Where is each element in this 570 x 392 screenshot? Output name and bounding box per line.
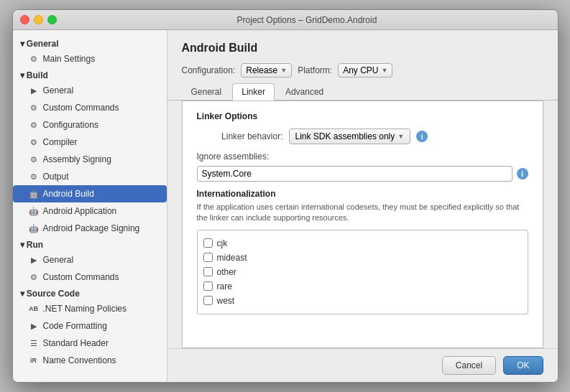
linker-behavior-label: Linker behavior: [197, 131, 283, 141]
sidebar-section-run: ▾ Run [13, 237, 167, 251]
sidebar-item-configurations[interactable]: ⚙ Configurations [13, 116, 167, 134]
linker-behavior-info-icon[interactable]: i [416, 131, 428, 142]
checkbox-item-rare: rare [203, 279, 522, 294]
internationalization-checkbox-list: cjk mideast other rare [197, 230, 528, 314]
sidebar-item-custom-commands[interactable]: ⚙ Custom Commands [13, 99, 167, 116]
ignore-assemblies-input[interactable] [197, 166, 512, 182]
footer: Cancel OK [167, 348, 558, 382]
content-area: ▾ General ⚙ Main Settings ▾ Build ▶ Gene… [13, 30, 558, 382]
android-icon: 🤖 [27, 222, 40, 235]
tab-general[interactable]: General [182, 83, 231, 100]
gear-icon: ⚙ [27, 52, 40, 65]
sidebar-item-output[interactable]: ⚙ Output [13, 168, 167, 185]
tab-linker[interactable]: Linker [232, 83, 275, 101]
sidebar-item-run-general[interactable]: ▶ General [13, 251, 167, 269]
sidebar-item-android-application[interactable]: 🤖 Android Application [13, 202, 167, 220]
checkbox-item-cjk: cjk [203, 236, 522, 251]
sidebar-label: Configurations [43, 120, 98, 130]
titlebar: Project Options – GridDemo.Android [13, 10, 558, 30]
platform-label: Platform: [298, 65, 332, 75]
configuration-dropdown[interactable]: Release ▼ [241, 63, 292, 78]
checkbox-label-other: other [217, 267, 236, 277]
window-title: Project Options – GridDemo.Android [64, 15, 551, 25]
config-row: Configuration: Release ▼ Platform: Any C… [167, 60, 558, 83]
zoom-button[interactable] [47, 15, 57, 24]
android-icon: 🤖 [27, 205, 40, 218]
ok-button[interactable]: OK [503, 356, 543, 375]
checkbox-item-mideast: mideast [203, 251, 522, 265]
sidebar-label: Assembly Signing [43, 154, 111, 164]
checkbox-mideast[interactable] [203, 253, 213, 262]
sidebar-item-assembly-signing[interactable]: ⚙ Assembly Signing [13, 151, 167, 168]
sidebar-label: Name Conventions [43, 355, 116, 365]
gear-icon: ⚙ [27, 170, 40, 183]
sidebar-label: Custom Commands [43, 272, 119, 282]
platform-value: Any CPU [343, 65, 378, 75]
sidebar-label: Compiler [43, 137, 78, 147]
sidebar-item-name-conventions[interactable]: iR Name Conventions [13, 352, 167, 369]
panel-title: Android Build [167, 30, 558, 60]
ignore-assemblies-row: i [197, 166, 528, 182]
linker-behavior-value: Link SDK assemblies only [295, 131, 395, 141]
tab-content-linker: Linker Options Linker behavior: Link SDK… [182, 101, 543, 348]
sidebar-label: General [43, 255, 74, 265]
sidebar-item-run-custom-commands[interactable]: ⚙ Custom Commands [13, 269, 167, 286]
cancel-button[interactable]: Cancel [442, 356, 496, 375]
linker-section-title: Linker Options [197, 111, 528, 121]
sidebar-item-net-naming[interactable]: AB .NET Naming Policies [13, 300, 167, 317]
internationalization-title: Internationalization [197, 189, 528, 199]
ignore-assemblies-label: Ignore assemblies: [197, 151, 528, 162]
gear-icon: ⚙ [27, 118, 40, 131]
gear-icon: ⚙ [27, 136, 40, 149]
sidebar-item-standard-header[interactable]: ☰ Standard Header [13, 335, 167, 352]
checkbox-label-rare: rare [217, 281, 232, 291]
arrow-icon: ▶ [27, 319, 40, 332]
gear-icon: ⚙ [27, 153, 40, 166]
sidebar-item-android-build[interactable]: 🤖 Android Build [13, 185, 167, 202]
checkbox-label-cjk: cjk [217, 238, 228, 248]
checkbox-west[interactable] [203, 296, 213, 305]
sidebar-item-build-general[interactable]: ▶ General [13, 82, 167, 99]
gear-icon: ⚙ [27, 101, 40, 114]
sidebar-label: Standard Header [43, 338, 109, 348]
chevron-down-icon: ▼ [382, 67, 388, 74]
ignore-assemblies-info-icon[interactable]: i [517, 168, 528, 179]
main-panel: Android Build Configuration: Release ▼ P… [167, 30, 558, 382]
sidebar-item-compiler[interactable]: ⚙ Compiler [13, 134, 167, 151]
sidebar-section-build: ▾ Build [13, 67, 167, 82]
checkbox-item-other: other [203, 265, 522, 279]
checkbox-rare[interactable] [203, 281, 213, 291]
checkbox-label-mideast: mideast [217, 253, 247, 263]
tab-advanced[interactable]: Advanced [276, 83, 333, 100]
checkbox-other[interactable] [203, 267, 213, 276]
checkbox-label-west: west [217, 296, 235, 306]
close-button[interactable] [20, 15, 29, 24]
linker-behavior-dropdown[interactable]: Link SDK assemblies only ▼ [289, 129, 411, 144]
checkbox-item-west: west [203, 294, 522, 308]
arrow-icon: ▶ [27, 253, 40, 266]
sidebar-label: Android Package Signing [43, 223, 140, 233]
sidebar-label: General [43, 85, 74, 95]
sidebar-section-general: ▾ General [13, 36, 167, 50]
checkbox-cjk[interactable] [203, 238, 213, 248]
sidebar-label: Android Application [43, 206, 117, 216]
configuration-value: Release [246, 65, 277, 75]
chevron-down-icon: ▼ [280, 67, 287, 74]
chevron-down-icon: ▼ [397, 133, 404, 140]
traffic-lights [20, 15, 57, 24]
sidebar-item-android-package-signing[interactable]: 🤖 Android Package Signing [13, 220, 167, 237]
gear-icon: ⚙ [27, 271, 40, 284]
sidebar-label: Code Formatting [43, 321, 107, 331]
sidebar-item-main-settings[interactable]: ⚙ Main Settings [13, 50, 167, 67]
naming-icon: iR [27, 354, 40, 367]
linker-behavior-row: Linker behavior: Link SDK assemblies onl… [197, 129, 528, 144]
platform-dropdown[interactable]: Any CPU ▼ [338, 63, 392, 78]
sidebar-label: Custom Commands [43, 103, 119, 113]
sidebar-item-code-formatting[interactable]: ▶ Code Formatting [13, 317, 167, 335]
arrow-icon: ▶ [27, 84, 40, 97]
internationalization-desc: If the application uses certain internat… [197, 202, 528, 224]
config-label: Configuration: [182, 65, 236, 75]
minimize-button[interactable] [34, 15, 43, 24]
sidebar-label: Output [43, 172, 69, 182]
sidebar-label: Android Build [43, 189, 94, 199]
